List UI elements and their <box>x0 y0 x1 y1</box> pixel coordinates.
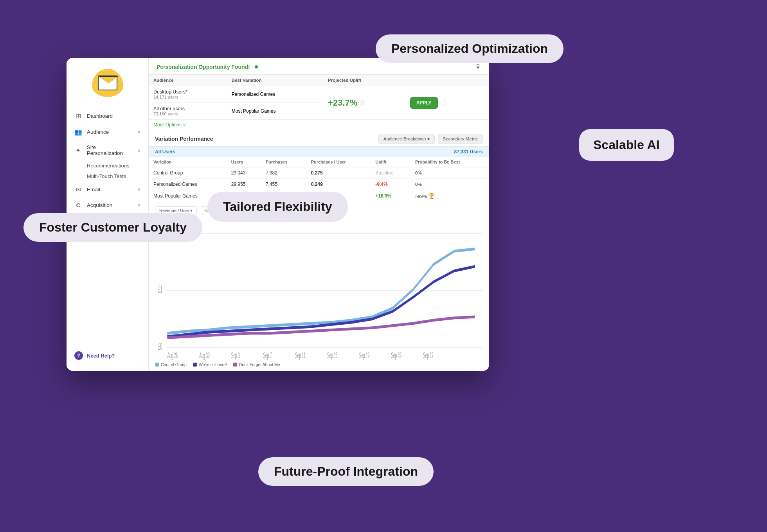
audience-desktop-name: Desktop Users* <box>153 89 222 95</box>
secondary-metric-btn[interactable]: Secondary Metric <box>438 134 483 144</box>
dashboard-icon: ⊞ <box>74 112 82 120</box>
help-label: Need Help? <box>87 353 115 359</box>
variation-other: Most Popular Games <box>232 108 276 114</box>
svg-text:Sep 27: Sep 27 <box>423 351 434 361</box>
perf-table-row: Personalized Games 29,955 7,455 0.249 -9… <box>149 179 489 190</box>
svg-text:Aug 26: Aug 26 <box>167 351 178 361</box>
filter-buttons: Audience Breakdown ▾ Secondary Metric <box>378 134 483 144</box>
sidebar-logo <box>67 58 148 105</box>
legend-label-forget: Don't Forget About Me <box>239 362 280 367</box>
svg-text:Sep 15: Sep 15 <box>327 351 338 361</box>
label-future-proof: Future-Proof Integration <box>258 457 434 486</box>
perf-per-user: 0.249 <box>306 179 371 190</box>
variation-desktop: Personalized Games <box>232 92 275 97</box>
audience-label: Audience <box>87 129 109 135</box>
perf-per-user: 0.275 <box>306 167 371 179</box>
email-icon: ✉ <box>74 186 82 193</box>
col-variation: Best Variation <box>227 75 323 86</box>
perf-prob: 0% <box>411 179 489 190</box>
sidebar-item-personalization[interactable]: ✦ Site Personalization ∧ <box>67 140 148 160</box>
sidebar-item-audience[interactable]: 👥 Audience ∨ <box>67 124 148 140</box>
all-users-row: All Users 87,331 Users <box>149 147 489 157</box>
uplift-value: +23.7% <box>328 98 357 108</box>
perf-users: 29,955 <box>227 179 261 190</box>
perf-table-row: Control Group 29,043 7,982 0.275 Baselin… <box>149 167 489 179</box>
apply-button[interactable]: APPLY <box>410 97 438 109</box>
email-label: Email <box>87 187 100 192</box>
legend-dont-forget: Don't Forget About Me <box>233 362 280 367</box>
sidebar-help[interactable]: ? Need Help? <box>67 347 148 365</box>
chart-svg: £2 £1 £0 Aug 26 Aug 30 Sep 3 <box>155 218 483 361</box>
legend-dot-forget <box>233 363 237 367</box>
email-arrow: ∨ <box>137 187 140 192</box>
perf-uplift: -9.4% <box>371 179 411 190</box>
col-action <box>405 75 489 86</box>
dashboard-label: Dashboard <box>87 113 113 119</box>
opportunity-title: Personalization Opportunity Found! <box>157 64 250 70</box>
sidebar-item-email[interactable]: ✉ Email ∨ <box>67 182 148 198</box>
acquisition-arrow: ∨ <box>137 203 140 208</box>
perf-variation-name: Control Group <box>149 167 227 179</box>
perf-col-per-user: Purchases / User <box>306 157 371 167</box>
user-count: 87,331 Users <box>454 149 483 155</box>
audience-icon: 👥 <box>74 128 82 136</box>
legend-label-control: Control Group <box>161 362 187 367</box>
legend-still-here: We're still here! <box>193 362 227 367</box>
perf-prob: 0% <box>411 167 489 179</box>
col-audience: Audience <box>149 75 227 86</box>
perf-purchases: 7,982 <box>261 167 306 179</box>
trophy-icon: 🏆 <box>428 193 435 199</box>
perf-variation-name: Personalized Games <box>149 179 227 190</box>
perf-uplift: Baseline <box>371 167 411 179</box>
logo-blob <box>92 69 123 97</box>
acquisition-label: Acquisition <box>87 202 112 208</box>
sidebar-item-acquisition[interactable]: C Acquisition ∨ <box>67 198 148 213</box>
label-scalable-ai: Scalable AI <box>579 129 674 161</box>
label-foster-loyalty: Foster Customer Loyalty <box>23 213 202 242</box>
svg-text:£1: £1 <box>158 284 162 295</box>
legend-label-still: We're still here! <box>199 362 227 367</box>
table-row: Desktop Users* 14,171 users Personalized… <box>149 86 489 103</box>
variation-performance-header: Variation Performance Audience Breakdown… <box>149 130 489 147</box>
svg-text:£0: £0 <box>158 341 162 352</box>
audience-other-sub: 73,160 users <box>153 111 222 116</box>
acquisition-icon: C <box>74 202 82 208</box>
more-options-link[interactable]: More Options ∨ <box>149 120 489 130</box>
uplift-info-icon: ⓘ <box>360 100 364 106</box>
perf-uplift: +18.9% <box>371 190 411 202</box>
mic-icon: 🎙 <box>475 63 481 70</box>
all-users-label: All Users <box>155 149 175 155</box>
sidebar-sub-multitouch[interactable]: Multi-Touch Tests <box>67 171 148 182</box>
more-actions-icon[interactable]: ⋮ <box>441 99 447 106</box>
sidebar-item-dashboard[interactable]: ⊞ Dashboard <box>67 108 148 124</box>
legend-control-group: Control Group <box>155 362 187 367</box>
perf-col-purchases: Purchases <box>261 157 306 167</box>
svg-text:Sep 3: Sep 3 <box>231 351 240 361</box>
svg-text:Sep 7: Sep 7 <box>263 351 272 361</box>
audience-desktop-sub: 14,171 users <box>153 95 222 99</box>
label-personalized-optimization: Personalized Optimization <box>376 34 564 63</box>
svg-text:Sep 11: Sep 11 <box>295 351 306 361</box>
svg-text:Aug 30: Aug 30 <box>199 351 210 361</box>
audience-breakdown-btn[interactable]: Audience Breakdown ▾ <box>378 134 435 144</box>
personalization-table: Audience Best Variation Projected Uplift… <box>149 75 489 120</box>
perf-purchases: 7,455 <box>261 179 306 190</box>
personalization-label: Site Personalization <box>87 144 133 156</box>
perf-col-prob: Probability to Be Best <box>411 157 489 167</box>
legend-dot-still <box>193 363 197 367</box>
sidebar-sub-recommendations[interactable]: Recommendations <box>67 160 148 171</box>
help-icon: ? <box>74 351 83 360</box>
chart-area: £2 £1 £0 Aug 26 Aug 30 Sep 3 <box>155 218 483 361</box>
label-tailored-flexibility: Tailored Flexibility <box>207 192 348 222</box>
personalization-arrow: ∧ <box>137 148 140 153</box>
perf-col-variation: Variation ↑ <box>149 157 227 167</box>
envelope-icon <box>98 75 117 90</box>
legend-dot-control <box>155 363 159 367</box>
perf-col-uplift: Uplift <box>371 157 411 167</box>
audience-other-name: All other users <box>153 106 222 111</box>
perf-prob: >99% 🏆 <box>411 190 489 202</box>
perf-users: 29,043 <box>227 167 261 179</box>
variation-performance-title: Variation Performance <box>155 136 213 142</box>
svg-text:Sep 19: Sep 19 <box>359 351 370 361</box>
personalization-icon: ✦ <box>74 147 82 154</box>
